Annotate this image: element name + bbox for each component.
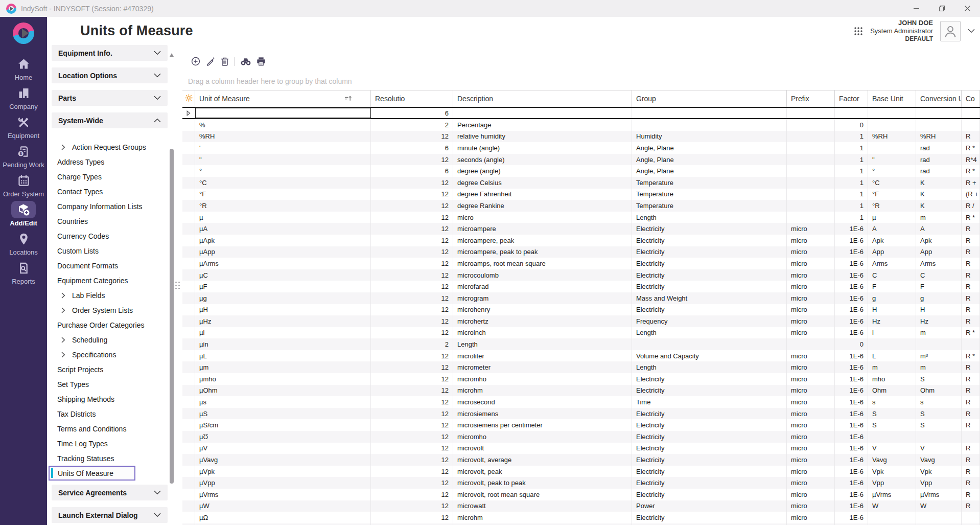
grid-cell[interactable]: 12 (371, 512, 453, 523)
grid-cell[interactable]: µVrms (916, 489, 962, 500)
grid-cell[interactable]: 12 (371, 223, 453, 235)
grid-cell[interactable]: 1E-6 (835, 292, 868, 304)
grid-cell[interactable]: µHz (195, 315, 371, 327)
grid-cell[interactable]: R * (962, 212, 980, 223)
grid-cell[interactable]: A (868, 223, 916, 235)
grid-cell[interactable]: µg (195, 292, 371, 304)
add-button[interactable] (191, 57, 200, 66)
grid-cell[interactable]: Electricity (632, 512, 787, 523)
grid-cell[interactable]: °F (868, 189, 916, 200)
table-row[interactable]: µA12microampereElectricitymicro1E-6AAR (182, 223, 980, 235)
column-header-resolutio[interactable]: Resolutio (371, 90, 453, 107)
grid-cell[interactable] (868, 142, 916, 154)
table-row[interactable]: µL12microliterVolume and Capacitymicro1E… (182, 350, 980, 362)
grid-cell[interactable]: microhm (453, 512, 632, 523)
grid-cell[interactable]: microampere, peak to peak (453, 246, 632, 258)
grid-cell[interactable]: microsiemens (453, 408, 632, 420)
grid-cell[interactable]: microinch (453, 327, 632, 339)
grid-cell[interactable]: Length (632, 361, 787, 373)
grid-cell[interactable]: 1E-6 (835, 281, 868, 292)
grid-cell[interactable]: R (962, 235, 980, 246)
grid-cell[interactable]: %RH (195, 131, 371, 143)
grid-cell[interactable]: Power (632, 500, 787, 512)
table-row[interactable]: µC12microcoulombElectricitymicro1E-6CCR (182, 269, 980, 281)
grid-cell[interactable]: 12 (371, 477, 453, 489)
grid-cell[interactable]: micro (787, 258, 835, 269)
grid-cell[interactable]: R (962, 315, 980, 327)
grid-cell[interactable]: A (916, 223, 962, 235)
sidebar-item-action-request-groups[interactable]: Action Request Groups (52, 140, 168, 154)
grid-cell[interactable]: 12 (371, 154, 453, 166)
grid-cell[interactable]: %RH (916, 131, 962, 143)
sidebar-item-tax-districts[interactable]: Tax Districts (52, 406, 168, 421)
grid-cell[interactable]: R * (962, 142, 980, 154)
grid-cell[interactable]: 1E-6 (835, 489, 868, 500)
grid-cell[interactable]: 12 (371, 361, 453, 373)
grid-cell[interactable]: 1E-6 (835, 396, 868, 408)
grid-cell[interactable]: 12 (371, 258, 453, 269)
table-row[interactable]: µmho12micromhoElectricitymicro1E-6mhoSR (182, 373, 980, 385)
grid-cell[interactable]: R (962, 443, 980, 454)
grid-cell[interactable]: R (962, 454, 980, 466)
grid-cell[interactable]: Length (632, 327, 787, 339)
grid-cell[interactable]: µArms (195, 258, 371, 269)
grid-cell[interactable]: µC (195, 269, 371, 281)
grid-cell[interactable]: g (868, 292, 916, 304)
grid-cell[interactable]: 1E-6 (835, 361, 868, 373)
grid-cell[interactable]: microampere, peak (453, 235, 632, 246)
grid-cell[interactable]: µL (195, 350, 371, 362)
grid-cell[interactable]: " (868, 154, 916, 166)
grid-cell[interactable] (916, 512, 962, 523)
grid-cell[interactable]: Vpp (916, 477, 962, 489)
column-header-unit-of-measure[interactable]: Unit of Measure (195, 90, 371, 107)
grid-cell[interactable]: R (962, 361, 980, 373)
grid-cell[interactable]: 1 (835, 189, 868, 200)
grid-cell[interactable]: °F (195, 189, 371, 200)
grid-cell[interactable]: m (868, 361, 916, 373)
grid-cell[interactable]: micro (787, 223, 835, 235)
grid-cell[interactable]: micro (787, 292, 835, 304)
grid-cell[interactable]: Temperature (632, 177, 787, 189)
grid-cell[interactable]: µVrms (868, 489, 916, 500)
grid-cell[interactable]: R (962, 500, 980, 512)
grid-cell[interactable]: m (916, 361, 962, 373)
grid-cell[interactable]: Time (632, 396, 787, 408)
grid-cell[interactable]: R * (962, 327, 980, 339)
grid-cell[interactable]: " (195, 154, 371, 166)
grid-cell[interactable]: 1E-6 (835, 246, 868, 258)
section-parts[interactable]: Parts (52, 90, 168, 106)
grid-cell[interactable] (787, 119, 835, 131)
sidebar-item-custom-lists[interactable]: Custom Lists (52, 243, 168, 258)
grid-cell[interactable]: mho (868, 373, 916, 385)
grid-cell[interactable]: microvolt (453, 443, 632, 454)
grid-cell[interactable]: micro (787, 246, 835, 258)
grid-cell[interactable]: %RH (868, 131, 916, 143)
grid-cell[interactable]: microliter (453, 350, 632, 362)
nav-item-order-system[interactable]: Order System (1, 172, 46, 201)
grid-cell[interactable]: 1 (835, 165, 868, 177)
grid-cell[interactable] (868, 338, 916, 350)
grid-cell[interactable]: 1E-6 (835, 443, 868, 454)
sidebar-item-equipment-categories[interactable]: Equipment Categories (52, 273, 168, 288)
grid-cell[interactable]: °C (868, 177, 916, 189)
table-row[interactable]: µHz12microhertzFrequencymicro1E-6HzHzR (182, 315, 980, 327)
grid-cell[interactable]: 2 (371, 338, 453, 350)
grid-cell[interactable]: R * (962, 350, 980, 362)
sidebar-scrollbar[interactable] (169, 49, 174, 522)
column-header-conversion-uni[interactable]: Conversion Uni (916, 90, 962, 107)
grid-cell[interactable]: R (962, 258, 980, 269)
grid-cell[interactable]: Vavg (916, 454, 962, 466)
grid-cell[interactable]: micro (787, 477, 835, 489)
grid-cell[interactable]: 1 (835, 200, 868, 212)
nav-item-reports[interactable]: Reports (1, 259, 46, 288)
grid-cell[interactable]: micromho (453, 373, 632, 385)
sidebar-item-contact-types[interactable]: Contact Types (52, 184, 168, 199)
grid-cell[interactable]: Angle, Plane (632, 165, 787, 177)
grid-cell[interactable]: 1 (835, 131, 868, 143)
grid-cell[interactable]: microcoulomb (453, 269, 632, 281)
grid-cell[interactable]: 12 (371, 131, 453, 143)
grid-cell[interactable]: H (868, 304, 916, 316)
new-row-cell[interactable] (453, 108, 632, 118)
grid-cell[interactable] (787, 189, 835, 200)
table-row[interactable]: °6degree (angle)Angle, Plane1°radR * (182, 165, 980, 177)
